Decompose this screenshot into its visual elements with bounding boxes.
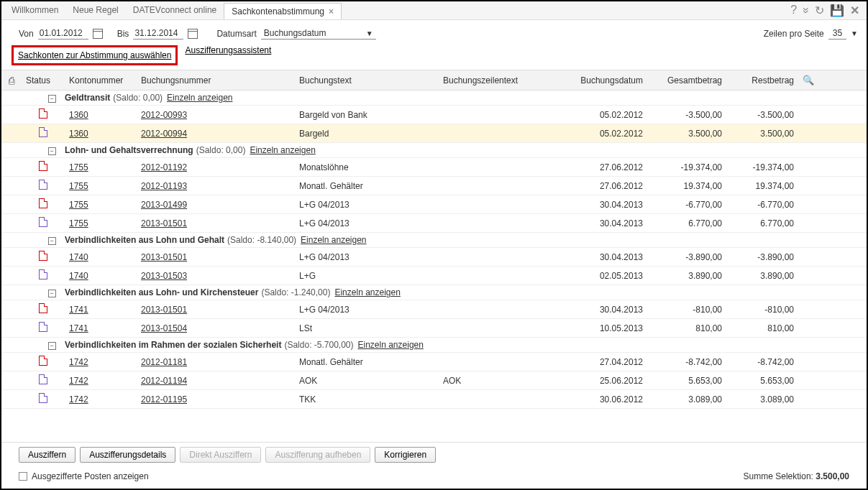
datum: 05.02.2012 xyxy=(568,126,647,142)
table-row[interactable]: 17422012-01181Monatl. Gehälter27.04.2012… xyxy=(1,353,867,371)
konto-link[interactable]: 1742 xyxy=(69,376,88,386)
save-icon[interactable]: 💾 xyxy=(830,4,844,17)
konto-link[interactable]: 1741 xyxy=(69,323,88,333)
buchnr-link[interactable]: 2013-01504 xyxy=(141,323,187,333)
konto-link[interactable]: 1360 xyxy=(69,129,88,139)
collapse-icon[interactable]: − xyxy=(48,237,56,245)
table-row[interactable]: 17422012-01195TKK30.06.20123.089,003.089… xyxy=(1,390,867,409)
collapse-icon[interactable]: − xyxy=(48,342,56,350)
korrigieren-button[interactable]: Korrigieren xyxy=(375,447,436,463)
konto-link[interactable]: 1740 xyxy=(69,271,88,281)
buchnr-link[interactable]: 2013-01503 xyxy=(141,271,187,281)
betrag: 3.500,00 xyxy=(647,126,726,142)
document-icon xyxy=(39,322,47,332)
tab-willkommen[interactable]: Willkommen xyxy=(4,2,65,19)
konto-link[interactable]: 1742 xyxy=(69,394,88,405)
search-icon[interactable]: 🔍 xyxy=(803,75,814,85)
buchnr-link[interactable]: 2012-01192 xyxy=(141,162,187,172)
show-cleared-checkbox[interactable] xyxy=(19,472,27,481)
buchnr-link[interactable]: 2012-01193 xyxy=(141,181,187,191)
rows-per-page-value[interactable]: 35 xyxy=(828,27,846,40)
col-rest[interactable]: Restbetrag xyxy=(726,73,798,88)
col-buchnr[interactable]: Buchungsnummer xyxy=(137,73,295,88)
konto-link[interactable]: 1755 xyxy=(69,162,88,172)
bis-date-input[interactable]: 31.12.2014 xyxy=(133,27,183,40)
zeilentext xyxy=(439,221,568,226)
zeilentext xyxy=(439,397,568,402)
col-datum[interactable]: Buchungsdatum xyxy=(568,73,647,88)
buchtext: L+G 04/2013 xyxy=(295,197,439,213)
einzeln-anzeigen-link[interactable]: Einzeln anzeigen xyxy=(250,145,315,155)
col-zeilentext[interactable]: Buchungszeilentext xyxy=(439,73,568,88)
einzeln-anzeigen-link[interactable]: Einzeln anzeigen xyxy=(358,340,424,350)
table-row[interactable]: 17552013-01501L+G 04/201330.04.20136.770… xyxy=(1,214,867,233)
ausziffern-button[interactable]: Ausziffern xyxy=(19,447,76,463)
table-body: −Geldtransit (Saldo: 0,00)Einzeln anzeig… xyxy=(1,91,867,442)
table-row[interactable]: 17402013-01503L+G02.05.20133.890,003.890… xyxy=(1,267,867,285)
tab-neue-regel[interactable]: Neue Regel xyxy=(65,2,125,19)
table-row[interactable]: 17412013-01501L+G 04/201330.04.2013-810,… xyxy=(1,300,867,319)
calendar-icon[interactable] xyxy=(188,29,198,39)
konto-link[interactable]: 1755 xyxy=(69,200,88,210)
chevron-down-icon[interactable]: ▼ xyxy=(851,29,858,37)
von-date-input[interactable]: 01.01.2012 xyxy=(38,27,88,40)
select-accounts-link[interactable]: Sachkonten zur Abstimmung auswählen xyxy=(18,50,171,60)
konto-link[interactable]: 1740 xyxy=(69,252,88,262)
table-row[interactable]: 17412013-01504LSt10.05.2013810,00810,00 xyxy=(1,319,867,338)
collapse-icon[interactable]: − xyxy=(48,147,56,155)
col-buchtext[interactable]: Buchungstext xyxy=(295,73,439,88)
buchnr-link[interactable]: 2013-01501 xyxy=(141,218,187,228)
betrag: 5.653,00 xyxy=(647,373,726,389)
collapse-icon[interactable]: − xyxy=(48,95,56,103)
calendar-icon[interactable] xyxy=(93,29,103,39)
datumsart-dropdown[interactable]: Buchungsdatum ▼ xyxy=(261,27,376,40)
group-row[interactable]: −Verbindlichkeiten aus Lohn- und Kirchen… xyxy=(1,285,867,300)
expand-icon[interactable]: » xyxy=(799,7,813,14)
buchnr-link[interactable]: 2013-01499 xyxy=(141,200,187,210)
group-row[interactable]: −Geldtransit (Saldo: 0,00)Einzeln anzeig… xyxy=(1,91,867,106)
col-betrag[interactable]: Gesamtbetrag xyxy=(647,73,726,88)
table-row[interactable]: 13602012-00994Bargeld05.02.20123.500,003… xyxy=(1,124,867,143)
close-tab-icon[interactable]: × xyxy=(329,6,334,17)
col-status[interactable]: Status xyxy=(22,73,65,88)
konto-link[interactable]: 1742 xyxy=(69,357,88,367)
tab-sachkontenabstimmung[interactable]: Sachkontenabstimmung× xyxy=(224,3,342,19)
refresh-icon[interactable]: ↻ xyxy=(815,4,824,17)
zeilentext: AOK xyxy=(439,373,568,389)
table-row[interactable]: 13602012-00993Bargeld von Bank05.02.2012… xyxy=(1,106,867,124)
buchnr-link[interactable]: 2012-00993 xyxy=(141,110,187,120)
print-icon[interactable]: ⎙ xyxy=(9,75,14,86)
help-icon[interactable]: ? xyxy=(790,4,797,17)
table-row[interactable]: 17552012-01193Monatl. Gehälter27.06.2012… xyxy=(1,177,867,195)
document-icon xyxy=(39,303,47,313)
einzeln-anzeigen-link[interactable]: Einzeln anzeigen xyxy=(167,93,232,103)
einzeln-anzeigen-link[interactable]: Einzeln anzeigen xyxy=(301,235,366,245)
buchnr-link[interactable]: 2013-01501 xyxy=(141,305,187,315)
buchnr-link[interactable]: 2012-00994 xyxy=(141,129,187,139)
buchnr-link[interactable]: 2013-01501 xyxy=(141,252,187,262)
table-row[interactable]: 17402013-01501L+G 04/201330.04.2013-3.89… xyxy=(1,248,867,267)
group-row[interactable]: −Lohn- und Gehaltsverrechnung (Saldo: 0,… xyxy=(1,143,867,158)
buchnr-link[interactable]: 2012-01195 xyxy=(141,394,187,405)
table-row[interactable]: 17422012-01194AOKAOK25.06.20125.653,005.… xyxy=(1,371,867,390)
table-row[interactable]: 17552012-01192Monatslöhne27.06.2012-19.3… xyxy=(1,158,867,177)
tab-datevconnect-online[interactable]: DATEVconnect online xyxy=(126,2,224,19)
konto-link[interactable]: 1755 xyxy=(69,181,88,191)
assistant-link[interactable]: Auszifferungsassistent xyxy=(185,45,271,65)
group-row[interactable]: −Verbindlichkeiten aus Lohn und Gehalt (… xyxy=(1,233,867,248)
konto-link[interactable]: 1755 xyxy=(69,218,88,228)
buchnr-link[interactable]: 2012-01194 xyxy=(141,376,187,386)
betrag: -6.770,00 xyxy=(647,197,726,213)
table-row[interactable]: 17552013-01499L+G 04/201330.04.2013-6.77… xyxy=(1,195,867,214)
buchnr-link[interactable]: 2012-01181 xyxy=(141,357,187,367)
einzeln-anzeigen-link[interactable]: Einzeln anzeigen xyxy=(334,287,400,297)
details-button[interactable]: Auszifferungsdetails xyxy=(80,447,175,463)
konto-link[interactable]: 1360 xyxy=(69,110,88,120)
document-icon xyxy=(39,161,47,171)
rest: 3.089,00 xyxy=(726,392,798,407)
close-window-icon[interactable]: ✕ xyxy=(850,4,859,17)
group-row[interactable]: −Verbindlichkeiten im Rahmen der soziale… xyxy=(1,338,867,353)
konto-link[interactable]: 1741 xyxy=(69,305,88,315)
col-konto[interactable]: Kontonummer xyxy=(65,73,137,88)
collapse-icon[interactable]: − xyxy=(48,290,56,297)
